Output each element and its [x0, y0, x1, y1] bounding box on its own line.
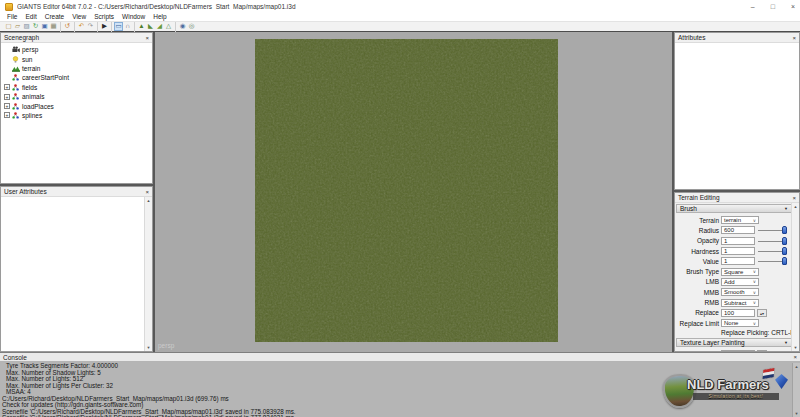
tree-item-animals[interactable]: + animals: [2, 92, 151, 101]
scenegraph-close-icon[interactable]: ×: [145, 35, 149, 41]
new-file-button[interactable]: ▢: [4, 22, 13, 31]
opacity-input[interactable]: 1: [721, 237, 755, 245]
translate-tool-button[interactable]: ▭: [114, 22, 123, 31]
tree-item-terrain[interactable]: terrain: [2, 64, 151, 73]
toolbar-undo-group: ↶ ↷: [75, 22, 98, 32]
terrain-paint-button[interactable]: ◣: [146, 22, 155, 31]
replace-limit-select[interactable]: None ∨: [721, 319, 759, 327]
tree-item-persp[interactable]: persp: [2, 45, 151, 54]
value-slider[interactable]: [758, 257, 790, 265]
import-button[interactable]: ▨: [22, 22, 31, 31]
terrain-editing-scrollbar[interactable]: ▲ ▼: [791, 203, 799, 351]
scroll-down-icon[interactable]: ▼: [792, 344, 799, 351]
terrain-sculpt-button[interactable]: ▲: [137, 22, 146, 31]
lmb-value: Add: [724, 279, 735, 285]
terrain-detail-button[interactable]: △: [164, 22, 173, 31]
close-button[interactable]: ×: [791, 3, 795, 10]
texture-layer-section-header[interactable]: Texture Layer Painting ▼: [676, 338, 798, 347]
undo-button[interactable]: ↶: [77, 22, 86, 31]
foliage-paint-button[interactable]: ◢: [155, 22, 164, 31]
menu-view[interactable]: View: [68, 13, 90, 21]
reload-textures-button[interactable]: ◉: [178, 22, 187, 31]
replace-input[interactable]: 100: [721, 309, 755, 317]
radius-slider[interactable]: [758, 226, 790, 234]
lmb-select[interactable]: Add ∨: [721, 278, 759, 286]
menu-window[interactable]: Window: [118, 13, 149, 21]
console-close-icon[interactable]: ×: [793, 354, 797, 360]
maximize-button[interactable]: □: [771, 3, 775, 10]
tree-item-fields[interactable]: + fields: [2, 83, 151, 92]
tree-item-splines[interactable]: + splines: [2, 111, 151, 120]
scroll-up-icon[interactable]: ▲: [792, 203, 799, 210]
reload-scene-button[interactable]: ↻: [31, 22, 40, 31]
lmb-row: LMB Add ∨: [675, 277, 799, 287]
expand-icon[interactable]: +: [4, 103, 10, 109]
spinner-icon[interactable]: ▴▾: [757, 309, 767, 317]
slider-handle[interactable]: [782, 247, 787, 255]
value-label: Value: [675, 258, 719, 265]
terrain-editing-close-icon[interactable]: ×: [792, 195, 796, 201]
blue-gem-icon: [775, 374, 788, 389]
menu-edit[interactable]: Edit: [21, 13, 40, 21]
viewport-3d[interactable]: persp: [155, 32, 672, 352]
mmb-row: MMB Smooth ∨: [675, 287, 799, 297]
open-file-button[interactable]: ▱: [13, 22, 22, 31]
brush-section-header[interactable]: Brush ▼: [676, 204, 798, 213]
rmb-value: Subtract: [724, 300, 746, 306]
slider-handle[interactable]: [782, 226, 787, 234]
slider-handle[interactable]: [782, 237, 787, 245]
menu-create[interactable]: Create: [41, 13, 69, 21]
bulb-icon: [12, 55, 20, 63]
tree-item-careerStartPoint[interactable]: careerStartPoint: [2, 73, 151, 82]
terrain-icon: [12, 64, 20, 72]
minimize-button[interactable]: –: [751, 3, 755, 10]
terrain-select-value: terrain: [724, 217, 741, 223]
menu-help[interactable]: Help: [149, 13, 170, 21]
scroll-up-icon[interactable]: ▲: [145, 197, 152, 204]
reload-shaders-button[interactable]: ◎: [187, 22, 196, 31]
revert-button[interactable]: ↺: [63, 22, 72, 31]
menu-file[interactable]: File: [3, 13, 21, 21]
transform-group-icon: [12, 83, 20, 91]
play-button[interactable]: ▶: [100, 22, 109, 31]
nld-farmers-logo: NLD Farmers Simulation at its best!: [663, 371, 788, 411]
tree-item-sun[interactable]: sun: [2, 54, 151, 63]
brush-type-select[interactable]: Square ∨: [721, 268, 759, 276]
radius-input[interactable]: 600: [721, 226, 755, 234]
user-attributes-close-icon[interactable]: ×: [145, 189, 149, 195]
mmb-select[interactable]: Smooth ∨: [721, 288, 759, 296]
spinner-icon[interactable]: ▴▾: [757, 350, 767, 351]
tree-item-loadPlaces[interactable]: + loadPlaces: [2, 101, 151, 110]
toolbar-transform-group: ▭ ∩: [112, 22, 135, 32]
expand-icon[interactable]: +: [4, 112, 10, 118]
value-input[interactable]: 1: [721, 257, 755, 265]
export-button[interactable]: ▦: [49, 22, 58, 31]
save-button[interactable]: ▣: [40, 22, 49, 31]
rmb-select[interactable]: Subtract ∨: [721, 299, 759, 307]
slope-limit-start-input[interactable]: 0: [721, 350, 755, 351]
menu-scripts[interactable]: Scripts: [90, 13, 118, 21]
hardness-slider[interactable]: [758, 247, 790, 255]
hardness-input[interactable]: 1: [721, 247, 755, 255]
chevron-down-icon: ∨: [753, 279, 756, 284]
slider-handle[interactable]: [782, 257, 787, 265]
brush-type-label: Brush Type: [675, 268, 719, 275]
tree-item-label: terrain: [22, 65, 40, 72]
scroll-down-icon[interactable]: ▼: [145, 344, 152, 351]
toolbar: ▢ ▱ ▨ ↻ ▣ ▦ ↺ ↶ ↷ ▶ ▭ ∩ ▲ ◣ ◢ △ ◉ ◎: [0, 21, 800, 31]
rotate-tool-button[interactable]: ∩: [123, 22, 132, 31]
scroll-down-icon[interactable]: ▼: [793, 410, 800, 417]
terrain-select[interactable]: terrain ∨: [721, 216, 759, 224]
replace-label: Replace: [675, 309, 719, 316]
attributes-close-icon[interactable]: ×: [792, 35, 796, 41]
redo-button[interactable]: ↷: [86, 22, 95, 31]
expand-icon[interactable]: +: [4, 84, 10, 90]
scroll-up-icon[interactable]: ▲: [793, 363, 800, 370]
user-attributes-scrollbar[interactable]: ▲ ▼: [144, 197, 152, 351]
terrain-surface[interactable]: [255, 39, 558, 342]
opacity-row: Opacity 1: [675, 236, 799, 246]
console-scrollbar[interactable]: ▲ ▼: [792, 363, 800, 417]
expand-icon[interactable]: +: [4, 94, 10, 100]
opacity-slider[interactable]: [758, 237, 790, 245]
replace-limit-value: None: [724, 320, 738, 326]
